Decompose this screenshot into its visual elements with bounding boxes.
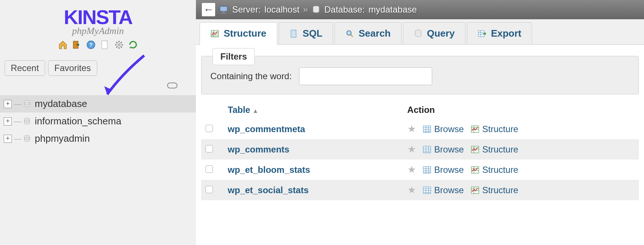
col-header-action: Action: [403, 101, 639, 119]
filters-legend: Filters: [213, 48, 255, 65]
favorite-star-icon[interactable]: ★: [407, 123, 416, 135]
structure-icon: [471, 145, 479, 154]
browse-link[interactable]: Browse: [423, 165, 464, 175]
tab-search[interactable]: Search: [335, 22, 401, 44]
help-icon[interactable]: ?: [86, 40, 96, 50]
export-icon: [478, 29, 487, 38]
table-row: wp_commentmeta ★ Browse Structure: [201, 119, 639, 139]
browse-link[interactable]: Browse: [423, 185, 464, 195]
browse-link[interactable]: Browse: [423, 144, 464, 155]
main-panel: ← Server: localhost » Database: mydataba…: [196, 0, 644, 245]
favorite-star-icon[interactable]: ★: [407, 184, 416, 196]
tab-label: Structure: [224, 28, 267, 39]
browse-icon: [423, 186, 431, 195]
filter-input[interactable]: [299, 67, 432, 85]
filter-row: Containing the word:: [210, 67, 630, 85]
tab-export[interactable]: Export: [467, 22, 532, 44]
tree-connector: [14, 104, 21, 105]
phpmyadmin-logo-text: phpMyAdmin: [7, 26, 189, 37]
favorite-star-icon[interactable]: ★: [407, 164, 416, 175]
search-icon: [345, 29, 354, 38]
back-button[interactable]: ←: [202, 3, 215, 16]
db-label: phpmyadmin: [35, 133, 90, 144]
expand-icon[interactable]: +: [4, 100, 12, 108]
row-checkbox[interactable]: [206, 186, 213, 193]
server-label: Server:: [232, 4, 261, 15]
database-icon: [23, 100, 31, 108]
row-checkbox[interactable]: [206, 165, 213, 173]
browse-icon: [423, 165, 431, 174]
db-label: information_schema: [35, 115, 121, 127]
filter-label: Containing the word:: [210, 71, 292, 81]
database-icon: [23, 135, 31, 143]
sidebar-icon-bar: ?: [7, 40, 189, 50]
logo-area: KINSTA phpMyAdmin ?: [0, 4, 196, 54]
table-row: wp_et_bloom_stats ★ Browse Structure: [201, 160, 639, 180]
db-item-phpmyadmin[interactable]: + phpmyadmin: [0, 130, 196, 147]
structure-icon: [471, 165, 479, 174]
db-value[interactable]: mydatabase: [369, 4, 417, 15]
structure-icon: [471, 186, 479, 195]
tables-list: Table▲ Action wp_commentmeta ★ Browse St…: [201, 101, 639, 200]
browse-icon: [423, 125, 431, 134]
filters-box: Filters Containing the word:: [201, 56, 639, 94]
table-name-link[interactable]: wp_comments: [228, 144, 289, 154]
tab-structure[interactable]: Structure: [200, 22, 277, 45]
home-icon[interactable]: [58, 40, 68, 50]
col-header-table[interactable]: Table▲: [223, 101, 403, 119]
table-row: wp_comments ★ Browse Structure: [201, 139, 639, 160]
link-icon-row: [0, 80, 196, 92]
tab-query[interactable]: Query: [403, 22, 465, 44]
link-icon[interactable]: [167, 83, 177, 88]
table-name-link[interactable]: wp_commentmeta: [228, 124, 305, 134]
database-icon: [23, 117, 31, 125]
db-item-mydatabase[interactable]: + mydatabase: [0, 95, 196, 113]
table-name-link[interactable]: wp_et_social_stats: [228, 185, 309, 195]
sort-asc-icon: ▲: [252, 108, 258, 114]
svg-rect-11: [220, 6, 227, 11]
browse-link[interactable]: Browse: [423, 124, 464, 134]
structure-link[interactable]: Structure: [471, 185, 518, 195]
query-icon: [414, 29, 423, 38]
database-icon: [312, 5, 321, 14]
structure-link[interactable]: Structure: [471, 144, 518, 155]
favorite-star-icon[interactable]: ★: [407, 144, 416, 155]
favorites-button[interactable]: Favorites: [48, 60, 97, 76]
tree-connector: [14, 121, 21, 122]
expand-icon[interactable]: +: [4, 135, 12, 143]
structure-link[interactable]: Structure: [471, 124, 518, 134]
settings-icon[interactable]: [114, 40, 124, 50]
main-tabs: Structure SQL Search Query Export: [196, 19, 644, 45]
tab-label: SQL: [303, 28, 322, 39]
server-icon: [219, 5, 228, 14]
breadcrumb-separator: »: [303, 4, 308, 15]
svg-rect-13: [221, 13, 226, 14]
svg-rect-12: [223, 11, 225, 13]
table-name-link[interactable]: wp_et_bloom_stats: [228, 165, 310, 175]
database-tree: + mydatabase + information_schema + phpm…: [0, 95, 196, 147]
content-area: Filters Containing the word: Table▲ Acti…: [196, 45, 644, 205]
structure-icon: [471, 125, 479, 134]
db-label: Database:: [324, 4, 365, 15]
structure-link[interactable]: Structure: [471, 165, 518, 175]
logout-icon[interactable]: [72, 40, 82, 50]
sidebar: KINSTA phpMyAdmin ? Recent Favorites + m…: [0, 0, 196, 245]
tab-label: Search: [359, 28, 391, 39]
recent-button[interactable]: Recent: [4, 60, 45, 76]
reload-icon[interactable]: [128, 40, 138, 50]
tab-label: Query: [427, 28, 455, 39]
row-checkbox[interactable]: [206, 125, 213, 132]
tree-connector: [14, 139, 21, 140]
expand-icon[interactable]: +: [4, 117, 12, 125]
tab-sql[interactable]: SQL: [279, 22, 333, 44]
brand-logo: KINSTA: [7, 6, 189, 28]
server-value[interactable]: localhost: [264, 4, 299, 15]
svg-text:?: ?: [89, 41, 92, 48]
svg-point-4: [118, 43, 121, 47]
svg-point-17: [347, 31, 351, 35]
sidebar-tab-row: Recent Favorites: [4, 60, 191, 76]
row-checkbox[interactable]: [206, 145, 213, 152]
table-row: wp_et_social_stats ★ Browse Structure: [201, 180, 639, 200]
sql-doc-icon[interactable]: [100, 40, 110, 50]
db-item-information-schema[interactable]: + information_schema: [0, 113, 196, 130]
